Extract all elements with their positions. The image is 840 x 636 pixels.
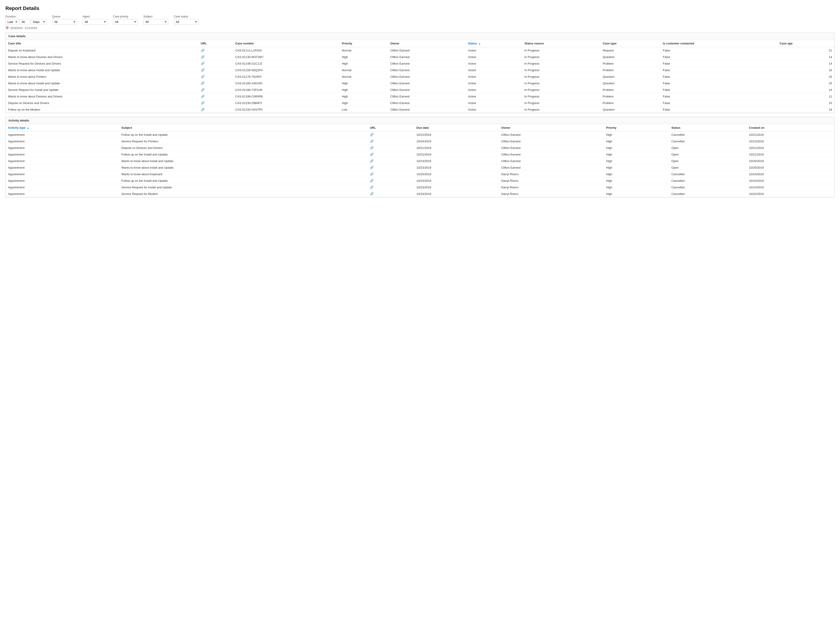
case-details-section: Case details Case title URL Case number … xyxy=(5,32,835,113)
queue-label: Queue xyxy=(52,15,77,18)
case-priority-label: Case priority xyxy=(113,15,138,18)
th-case-age: Case age xyxy=(777,40,834,47)
activity-status-cell: Cancelled xyxy=(669,178,747,184)
link-icon[interactable]: 🔗 xyxy=(370,172,374,176)
link-icon[interactable]: 🔗 xyxy=(370,186,374,189)
case-url-cell: 🔗 xyxy=(199,100,233,106)
case-age-cell: 11 xyxy=(777,93,834,100)
activity-details-section: Activity details Activity type ▲ Subject… xyxy=(5,117,835,197)
activity-due-date-cell: 10/22/2019 xyxy=(414,131,499,138)
table-row: Wants to know about Devices and Drivers🔗… xyxy=(6,54,834,60)
case-details-thead-row: Case title URL Case number Priority Owne… xyxy=(6,40,834,47)
case-age-cell: 16 xyxy=(777,67,834,74)
case-age-cell: 19 xyxy=(777,106,834,113)
case-number-cell: CAS-01232-H2S7P0 xyxy=(233,106,339,113)
link-icon[interactable]: 🔗 xyxy=(370,153,374,156)
table-row: AppointmentService Request for Modem🔗10/… xyxy=(6,190,834,197)
duration-unit-select[interactable]: DaysWeeksMonths xyxy=(31,19,47,25)
case-priority-select[interactable]: All xyxy=(113,19,138,25)
activity-owner-cell: Darryl Rivero xyxy=(499,190,604,197)
subject-select[interactable]: All xyxy=(144,19,168,25)
activity-owner-cell: Clifton Earnest xyxy=(499,145,604,151)
case-type-cell: Problem xyxy=(600,60,660,67)
link-icon[interactable]: 🔗 xyxy=(370,192,374,195)
case-type-cell: Question xyxy=(600,106,660,113)
case-type-cell: Question xyxy=(600,54,660,60)
link-icon[interactable]: 🔗 xyxy=(201,94,205,98)
link-icon[interactable]: 🔗 xyxy=(201,55,205,59)
case-age-cell: 14 xyxy=(777,87,834,93)
queue-select[interactable]: All xyxy=(52,19,77,25)
link-icon[interactable]: 🔗 xyxy=(201,101,205,105)
th-owner: Owner xyxy=(388,40,466,47)
case-priority-cell: High xyxy=(339,80,388,87)
filter-agent: Agent All xyxy=(82,15,107,25)
link-icon[interactable]: 🔗 xyxy=(201,108,205,111)
link-icon[interactable]: 🔗 xyxy=(201,68,205,72)
th-act-status: Status xyxy=(669,124,747,131)
link-icon[interactable]: 🔗 xyxy=(201,49,205,52)
case-url-cell: 🔗 xyxy=(199,74,233,80)
case-title-cell: Follow up on the Modem xyxy=(6,106,199,113)
activity-owner-cell: Clifton Earnest xyxy=(499,158,604,164)
activity-type-cell: Appointment xyxy=(6,145,119,151)
case-title-cell: Wants to know about Devices and Drivers xyxy=(6,93,199,100)
activity-subject-cell: Follow up on the Install and Update xyxy=(119,151,368,158)
case-url-cell: 🔗 xyxy=(199,80,233,87)
date-range-row: 📅 10/3/2019 - 11/1/2019 xyxy=(5,27,835,30)
link-icon[interactable]: 🔗 xyxy=(201,61,205,65)
link-icon[interactable]: 🔗 xyxy=(370,133,374,137)
activity-details-table-container[interactable]: Activity type ▲ Subject URL Due date Own… xyxy=(6,124,834,197)
case-url-cell: 🔗 xyxy=(199,106,233,113)
case-details-table-container[interactable]: Case title URL Case number Priority Owne… xyxy=(6,40,834,113)
case-status-cell: Active xyxy=(466,87,522,93)
activity-priority-cell: High xyxy=(604,184,669,190)
activity-type-cell: Appointment xyxy=(6,190,119,197)
activity-url-cell: 🔗 xyxy=(368,145,414,151)
case-customer-contacted-cell: False xyxy=(660,47,777,54)
link-icon[interactable]: 🔗 xyxy=(370,159,374,163)
duration-last-select[interactable]: Last xyxy=(5,19,19,25)
link-icon[interactable]: 🔗 xyxy=(370,179,374,183)
link-icon[interactable]: 🔗 xyxy=(370,146,374,150)
case-status-reason-cell: In Progress xyxy=(522,87,600,93)
case-url-cell: 🔗 xyxy=(199,47,233,54)
case-status-reason-cell: In Progress xyxy=(522,47,600,54)
case-status-reason-cell: In Progress xyxy=(522,106,600,113)
th-case-number: Case number xyxy=(233,40,339,47)
case-status-select[interactable]: All xyxy=(174,19,199,25)
table-row: AppointmentFollow up on the Install and … xyxy=(6,131,834,138)
activity-status-cell: Cancelled xyxy=(669,138,747,145)
link-icon[interactable]: 🔗 xyxy=(370,166,374,169)
activity-subject-cell: Service Request for Modem xyxy=(119,190,368,197)
agent-select[interactable]: All xyxy=(82,19,107,25)
case-priority-cell: High xyxy=(339,100,388,106)
activity-type-cell: Appointment xyxy=(6,164,119,171)
activity-url-cell: 🔗 xyxy=(368,178,414,184)
link-icon[interactable]: 🔗 xyxy=(201,88,205,91)
agent-label: Agent xyxy=(82,15,107,18)
case-number-cell: CAS-01148-G1C1J2 xyxy=(233,60,339,67)
link-icon[interactable]: 🔗 xyxy=(201,75,205,79)
case-type-cell: Problem xyxy=(600,87,660,93)
table-row: AppointmentWants to know about Keyboard🔗… xyxy=(6,171,834,178)
table-row: Wants to know about Install and Update🔗C… xyxy=(6,80,834,87)
duration-number-input[interactable] xyxy=(20,19,30,25)
case-number-cell: CAS-01178-T9J3P2 xyxy=(233,74,339,80)
case-status-reason-cell: In Progress xyxy=(522,80,600,87)
link-icon[interactable]: 🔗 xyxy=(201,81,205,85)
activity-subject-cell: Service Request for Install and Update xyxy=(119,184,368,190)
table-row: Dispute on Keyboard🔗CAS-01111-L1F0X0Norm… xyxy=(6,47,834,54)
case-details-table: Case title URL Case number Priority Owne… xyxy=(6,40,834,113)
activity-owner-cell: Darryl Rivero xyxy=(499,171,604,178)
case-age-cell: 20 xyxy=(777,74,834,80)
link-icon[interactable]: 🔗 xyxy=(370,139,374,143)
case-customer-contacted-cell: False xyxy=(660,87,777,93)
activity-created-on-cell: 10/14/2019 xyxy=(747,171,834,178)
agent-controls: All xyxy=(82,19,107,25)
case-customer-contacted-cell: False xyxy=(660,67,777,74)
case-type-cell: Question xyxy=(600,80,660,87)
case-customer-contacted-cell: False xyxy=(660,106,777,113)
th-status: Status ▲ xyxy=(466,40,522,47)
case-age-cell: 14 xyxy=(777,60,834,67)
